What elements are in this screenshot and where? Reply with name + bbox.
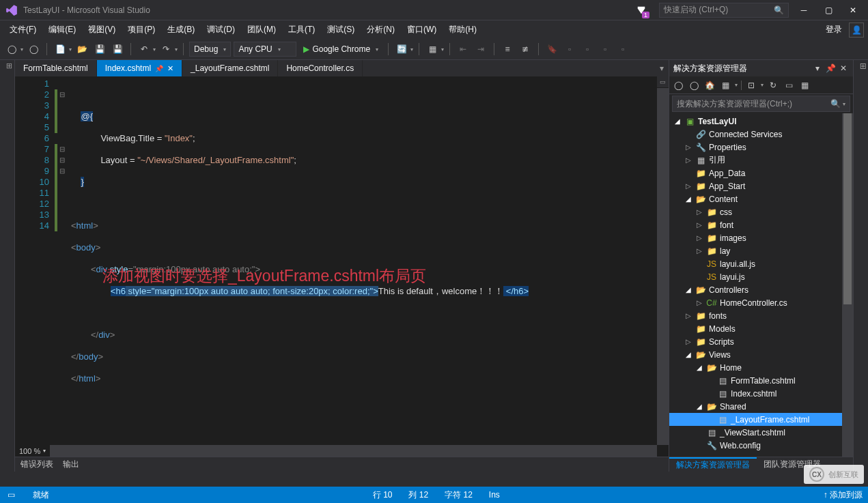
tool-icon[interactable]: ▫ — [562, 42, 577, 57]
panel-search[interactable]: 搜索解决方案资源管理器(Ctrl+;)🔍▾ — [672, 96, 850, 112]
notification-icon[interactable]: 1 — [634, 3, 648, 17]
tree-scrollbar[interactable] — [842, 113, 853, 457]
split-icon[interactable]: ▭ — [657, 76, 669, 88]
tree-node[interactable]: 🔗Connected Services — [669, 128, 853, 141]
tree-node[interactable]: 📁App_Data — [669, 167, 853, 179]
tree-node[interactable]: ▷📁fonts — [669, 309, 853, 322]
menu-item[interactable]: 项目(P) — [122, 22, 160, 38]
tabs-overflow-icon[interactable]: ▾ — [655, 60, 669, 76]
redo-icon[interactable]: ↷ — [158, 42, 173, 57]
code-editor[interactable]: 1234567891011121314 ⊟⊟⊟⊟ @{ ViewBag.Titl… — [15, 76, 669, 457]
platform-combo[interactable]: Any CPU▾ — [234, 42, 296, 57]
extension-icon[interactable]: ▦ — [425, 42, 440, 57]
output-tab[interactable]: 输出 — [63, 459, 79, 470]
menu-item[interactable]: 工具(T) — [283, 22, 320, 38]
chevron-down-icon[interactable]: ◢ — [695, 364, 703, 371]
chevron-down-icon[interactable]: ◢ — [673, 117, 682, 125]
tool-icon[interactable]: ▫ — [580, 42, 595, 57]
start-debug-button[interactable]: ▶Google Chrome▾ — [299, 44, 382, 54]
tree-node[interactable]: ▤_LayoutFrame.cshtml — [669, 413, 853, 426]
save-all-icon[interactable]: 💾 — [110, 42, 125, 57]
menu-item[interactable]: 分析(N) — [361, 22, 400, 38]
tool-icon[interactable]: ▫ — [598, 42, 613, 57]
forward-icon[interactable]: ◯ — [688, 79, 700, 91]
uncomment-icon[interactable]: ≢ — [518, 42, 533, 57]
chevron-right-icon[interactable]: ▷ — [684, 312, 692, 319]
chevron-down-icon[interactable]: ◢ — [684, 351, 692, 358]
bookmark-icon[interactable]: 🔖 — [544, 42, 559, 57]
zoom-combo[interactable]: 100 %▾ — [15, 445, 50, 457]
minimize-button[interactable]: ─ — [794, 3, 813, 17]
tree-node[interactable]: ◢📂Views — [669, 348, 853, 361]
tree-node[interactable]: ▷📁font — [669, 218, 853, 231]
quick-launch[interactable]: 快速启动 (Ctrl+Q) 🔍 — [659, 3, 789, 18]
tree-node[interactable]: ▷📁lay — [669, 244, 853, 257]
panel-options-icon[interactable]: ▾ — [812, 63, 823, 74]
chevron-right-icon[interactable]: ▷ — [695, 221, 703, 229]
chevron-right-icon[interactable]: ▷ — [695, 208, 703, 216]
avatar-icon[interactable]: 👤 — [849, 23, 864, 38]
chevron-right-icon[interactable]: ▷ — [684, 156, 692, 164]
menu-item[interactable]: 团队(M) — [242, 22, 281, 38]
pin-icon[interactable]: 📌 — [155, 65, 163, 72]
indent-icon[interactable]: ⇤ — [456, 42, 471, 57]
chevron-down-icon[interactable]: ◢ — [684, 286, 692, 293]
document-tab[interactable]: HomeController.cs — [278, 60, 363, 76]
left-tool-gutter[interactable]: ⊞ — [0, 60, 15, 472]
solution-tree[interactable]: ◢▣TestLayUI🔗Connected Services▷🔧Properti… — [669, 113, 853, 457]
forward-nav-icon[interactable]: ◯ — [26, 42, 41, 57]
close-icon[interactable]: ✕ — [838, 63, 849, 74]
chevron-down-icon[interactable]: ◢ — [684, 195, 692, 203]
chevron-right-icon[interactable]: ▷ — [684, 143, 692, 151]
tree-node[interactable]: ▷📁Scripts — [669, 335, 853, 348]
tree-node[interactable]: ▷📁css — [669, 205, 853, 218]
new-project-icon[interactable]: 📄 — [53, 42, 68, 57]
chevron-right-icon[interactable]: ▷ — [695, 234, 703, 242]
maximize-button[interactable]: ▢ — [819, 3, 838, 17]
comment-icon[interactable]: ≡ — [500, 42, 515, 57]
tree-node[interactable]: ▤FormTable.cshtml — [669, 374, 853, 387]
error-list-tab[interactable]: 错误列表 — [20, 459, 53, 470]
tree-node[interactable]: ◢📂Content — [669, 192, 853, 205]
menu-item[interactable]: 文件(F) — [4, 22, 42, 38]
tree-node[interactable]: ▷C#HomeController.cs — [669, 296, 853, 309]
chevron-right-icon[interactable]: ▷ — [695, 247, 703, 255]
chevron-down-icon[interactable]: ◢ — [695, 403, 703, 410]
refresh-icon[interactable]: ↻ — [767, 79, 779, 91]
tool-icon[interactable]: ▫ — [615, 42, 630, 57]
pin-icon[interactable]: 📌 — [825, 63, 836, 74]
tree-node[interactable]: ▷🔧Properties — [669, 141, 853, 154]
tree-node[interactable]: ▷▦引用 — [669, 154, 853, 167]
fold-gutter[interactable]: ⊟⊟⊟⊟ — [57, 76, 67, 457]
menu-item[interactable]: 生成(B) — [162, 22, 200, 38]
save-icon[interactable]: 💾 — [92, 42, 107, 57]
tree-node[interactable]: ◢▣TestLayUI — [669, 115, 853, 128]
tree-node[interactable]: ▤Index.cshtml — [669, 387, 853, 400]
chevron-right-icon[interactable]: ▷ — [684, 338, 692, 345]
tree-node[interactable]: 📁Models — [669, 322, 853, 335]
show-all-icon[interactable]: ▭ — [783, 79, 795, 91]
right-tool-gutter[interactable]: ⊞ — [853, 60, 868, 472]
menu-item[interactable]: 测试(S) — [322, 22, 360, 38]
back-icon[interactable]: ◯ — [672, 79, 684, 91]
menu-item[interactable]: 视图(V) — [83, 22, 121, 38]
outdent-icon[interactable]: ⇥ — [473, 42, 488, 57]
tree-node[interactable]: JSlayui.js — [669, 270, 853, 283]
code-content[interactable]: @{ ViewBag.Title = "Index"; Layout = "~/… — [67, 76, 669, 457]
close-button[interactable]: ✕ — [843, 3, 863, 17]
tree-node[interactable]: ◢📂Shared — [669, 400, 853, 413]
tree-node[interactable]: ▷📁App_Start — [669, 179, 853, 192]
back-nav-icon[interactable]: ◯ — [4, 42, 19, 57]
sync-icon[interactable]: ▦ — [719, 79, 731, 91]
close-icon[interactable]: ✕ — [167, 64, 173, 73]
tree-node[interactable]: 🔧Web.config — [669, 439, 853, 452]
chevron-right-icon[interactable]: ▷ — [684, 182, 692, 190]
publish-link[interactable]: ↑ 添加到源 — [824, 489, 863, 501]
document-tab[interactable]: FormTable.cshtml — [15, 60, 97, 76]
sign-in-link[interactable]: 登录 — [820, 22, 848, 38]
tree-node[interactable]: ▷📁images — [669, 231, 853, 244]
document-tab-active[interactable]: Index.cshtml📌✕ — [97, 60, 182, 76]
editor-scrollbar-horizontal[interactable]: 100 %▾ — [15, 445, 657, 457]
solution-config-combo[interactable]: Debug▾ — [189, 42, 231, 57]
document-tab[interactable]: _LayoutFrame.cshtml — [182, 60, 278, 76]
